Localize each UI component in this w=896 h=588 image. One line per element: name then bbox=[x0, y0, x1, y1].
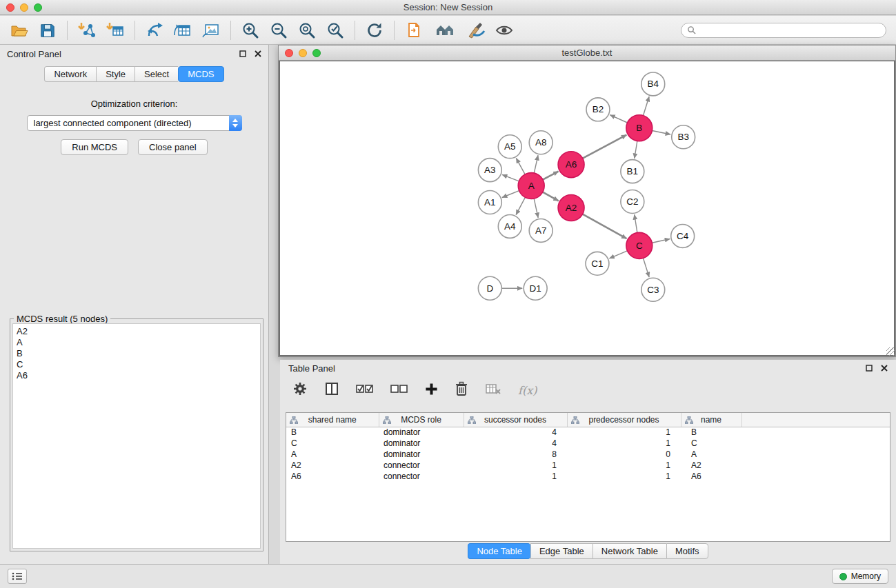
zoom-fit-button[interactable] bbox=[295, 19, 319, 42]
mcds-result-item[interactable]: B bbox=[17, 348, 257, 359]
node-B[interactable]: B bbox=[626, 115, 653, 141]
node-C3[interactable]: C3 bbox=[641, 278, 665, 301]
cell-name[interactable]: A6 bbox=[681, 471, 741, 482]
delete-row-button[interactable] bbox=[455, 381, 468, 399]
cell-successor-nodes[interactable]: 4 bbox=[464, 438, 567, 449]
edge-C-C2[interactable] bbox=[635, 214, 637, 232]
cell-mcds-role[interactable]: connector bbox=[379, 460, 464, 471]
close-panel-icon[interactable] bbox=[881, 365, 888, 372]
float-panel-icon[interactable] bbox=[866, 365, 873, 372]
network-graph[interactable]: B4B2BB3A8A5A6A3B1AC2A1A2A4A7C4CC1DD1C3 bbox=[280, 61, 894, 355]
close-panel-button[interactable]: Close panel bbox=[138, 139, 208, 155]
cell-successor-nodes[interactable]: 8 bbox=[464, 449, 567, 460]
tab-select[interactable]: Select bbox=[135, 66, 178, 82]
float-panel-icon[interactable] bbox=[239, 50, 246, 57]
node-D[interactable]: D bbox=[478, 276, 501, 300]
clear-table-button[interactable] bbox=[485, 382, 501, 398]
edge-A-A2[interactable] bbox=[543, 192, 559, 201]
cell-predecessor-nodes[interactable]: 1 bbox=[567, 438, 681, 449]
cell-name[interactable]: A2 bbox=[681, 460, 741, 471]
edge-A-A7[interactable] bbox=[534, 199, 538, 218]
add-row-button[interactable] bbox=[425, 383, 438, 398]
table-settings-button[interactable] bbox=[292, 381, 308, 399]
minimize-window-button[interactable] bbox=[20, 3, 28, 12]
cell-predecessor-nodes[interactable]: 1 bbox=[567, 471, 681, 482]
column-header-mcds-role[interactable]: MCDS role bbox=[379, 413, 464, 427]
network-window-titlebar[interactable]: testGlobe.txt bbox=[279, 45, 895, 61]
node-A5[interactable]: A5 bbox=[498, 135, 521, 159]
node-B4[interactable]: B4 bbox=[641, 72, 665, 96]
table-row[interactable]: Cdominator41C bbox=[286, 438, 890, 449]
cell-name[interactable]: B bbox=[681, 427, 741, 438]
edge-A-A3[interactable] bbox=[502, 174, 519, 181]
zoom-window-button[interactable] bbox=[34, 3, 42, 12]
node-C1[interactable]: C1 bbox=[586, 252, 609, 275]
node-A2[interactable]: A2 bbox=[558, 195, 584, 221]
edge-A-A6[interactable] bbox=[543, 172, 559, 180]
edge-A-A1[interactable] bbox=[502, 191, 519, 198]
column-header-predecessor-nodes[interactable]: predecessor nodes bbox=[567, 413, 681, 427]
show-graphics-details-button[interactable] bbox=[492, 19, 517, 42]
zoom-selected-button[interactable] bbox=[323, 19, 348, 42]
network-close-button[interactable] bbox=[285, 49, 293, 57]
table-row[interactable]: Bdominator41B bbox=[286, 427, 890, 438]
column-header-successor-nodes[interactable]: successor nodes bbox=[464, 413, 567, 427]
tab-node-table[interactable]: Node Table bbox=[468, 543, 530, 559]
open-session-button[interactable] bbox=[7, 19, 32, 42]
tab-network[interactable]: Network bbox=[44, 66, 96, 82]
cell-predecessor-nodes[interactable]: 1 bbox=[567, 427, 681, 438]
tab-network-table[interactable]: Network Table bbox=[593, 543, 666, 559]
table-row[interactable]: Adominator80A bbox=[286, 449, 890, 460]
edge-B-B3[interactable] bbox=[652, 131, 670, 134]
edge-C-C1[interactable] bbox=[609, 251, 627, 258]
mcds-result-item[interactable]: A2 bbox=[17, 326, 257, 337]
zoom-in-button[interactable] bbox=[238, 19, 263, 42]
select-all-rows-button[interactable] bbox=[356, 382, 374, 398]
network-canvas[interactable]: B4B2BB3A8A5A6A3B1AC2A1A2A4A7C4CC1DD1C3 bbox=[279, 61, 895, 356]
node-B1[interactable]: B1 bbox=[621, 160, 644, 183]
apply-style-button[interactable] bbox=[464, 19, 488, 42]
node-D1[interactable]: D1 bbox=[524, 276, 547, 300]
save-session-button[interactable] bbox=[35, 19, 60, 42]
home-layout-button[interactable] bbox=[430, 19, 460, 42]
cell-successor-nodes[interactable]: 1 bbox=[464, 471, 567, 482]
column-header-name[interactable]: name bbox=[681, 413, 741, 427]
search-input[interactable] bbox=[699, 26, 880, 35]
table-row[interactable]: A2connector11A2 bbox=[286, 460, 890, 471]
cell-predecessor-nodes[interactable]: 1 bbox=[567, 460, 681, 471]
search-field[interactable] bbox=[681, 23, 886, 38]
node-A1[interactable]: A1 bbox=[478, 191, 501, 214]
close-window-button[interactable] bbox=[6, 3, 14, 12]
copy-style-button[interactable] bbox=[401, 19, 426, 42]
table-row[interactable]: A6connector11A6 bbox=[286, 471, 890, 482]
mcds-result-item[interactable]: A6 bbox=[17, 370, 257, 381]
close-panel-icon[interactable] bbox=[255, 50, 261, 57]
node-B3[interactable]: B3 bbox=[672, 125, 695, 149]
edge-B-B2[interactable] bbox=[610, 115, 627, 123]
edge-A-A4[interactable] bbox=[516, 197, 525, 214]
refresh-layout-button[interactable] bbox=[362, 19, 387, 42]
memory-button[interactable]: Memory bbox=[832, 569, 888, 584]
cell-name[interactable]: A bbox=[681, 449, 741, 460]
tab-style[interactable]: Style bbox=[96, 66, 135, 82]
edge-C-C4[interactable] bbox=[652, 239, 670, 243]
node-C2[interactable]: C2 bbox=[621, 190, 644, 214]
network-zoom-button[interactable] bbox=[312, 49, 321, 57]
cell-mcds-role[interactable]: dominator bbox=[379, 449, 464, 460]
edge-B-B4[interactable] bbox=[643, 97, 649, 116]
edge-A2-C[interactable] bbox=[583, 214, 627, 239]
new-network-button[interactable] bbox=[142, 19, 167, 42]
cell-name[interactable]: C bbox=[681, 438, 741, 449]
zoom-out-button[interactable] bbox=[266, 19, 291, 42]
cell-mcds-role[interactable]: dominator bbox=[379, 438, 464, 449]
node-A[interactable]: A bbox=[518, 173, 544, 199]
deselect-all-rows-button[interactable] bbox=[390, 382, 408, 398]
cell-shared-name[interactable]: A bbox=[286, 449, 379, 460]
cell-successor-nodes[interactable]: 1 bbox=[464, 460, 567, 471]
edge-A-A5[interactable] bbox=[516, 158, 525, 174]
task-history-button[interactable] bbox=[8, 569, 27, 584]
new-table-button[interactable] bbox=[170, 19, 195, 42]
edge-C-C3[interactable] bbox=[643, 258, 649, 277]
edge-A6-B[interactable] bbox=[583, 135, 627, 159]
cell-shared-name[interactable]: A6 bbox=[286, 471, 379, 482]
